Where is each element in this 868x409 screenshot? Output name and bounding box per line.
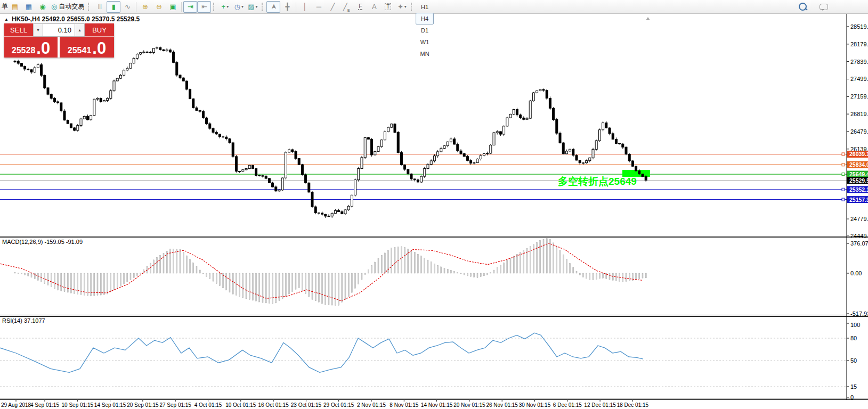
line-handle[interactable] xyxy=(842,188,845,191)
rsi-line xyxy=(0,333,643,372)
price-label-text: 25649.4 xyxy=(849,171,868,177)
sell-button[interactable]: SELL xyxy=(4,23,33,37)
time-tick-label: 26 Nov 01:15 xyxy=(486,402,518,408)
new-order-button[interactable]: ▤ xyxy=(8,1,22,13)
horizontal-levels xyxy=(0,153,847,201)
chart-shift-button[interactable]: ⇤ xyxy=(197,1,211,13)
sell-price-button[interactable]: 25528 .0 xyxy=(4,37,58,58)
channel-icon: ╱ xyxy=(343,3,347,10)
timeframe-MN[interactable]: MN xyxy=(416,48,433,60)
price-tick-label: 27839.0 xyxy=(850,59,868,65)
toolbar-grip xyxy=(411,3,415,11)
price-label-text: 25352.1 xyxy=(849,186,868,193)
buy-price-pip: .0 xyxy=(92,41,106,56)
timeframe-group: M1M5M15M30H1H4D1W1MN xyxy=(416,0,433,60)
templates-button[interactable]: ▨▾ xyxy=(246,1,259,13)
rsi-tick-label: 0 xyxy=(850,394,854,400)
bar-chart-button[interactable]: ||| xyxy=(93,1,107,13)
text-label-icon: T xyxy=(385,3,391,10)
line-handle[interactable] xyxy=(842,153,845,156)
auto-trading-icon: ◎ xyxy=(51,3,57,10)
buy-price-button[interactable]: 25541 .0 xyxy=(60,37,114,58)
time-tick-label: 6 Dec 01:15 xyxy=(553,402,582,408)
volume-increase-button[interactable]: ▲ xyxy=(75,23,85,37)
arrows-button[interactable]: ✦▾ xyxy=(395,1,409,13)
text-button[interactable]: A xyxy=(367,1,381,13)
text-label-button[interactable]: T xyxy=(381,1,395,13)
crosshair-button[interactable]: ╋ xyxy=(280,1,294,13)
fibonacci-button[interactable]: F xyxy=(353,1,367,13)
symbol-collapse-icon[interactable]: ▲ xyxy=(4,17,9,22)
time-tick-label: 10 Oct 01:15 xyxy=(225,402,256,408)
trendline-icon: ╱ xyxy=(330,3,335,10)
time-tick-label: 4 Sep 01:15 xyxy=(30,402,59,408)
timeframe-W1[interactable]: W1 xyxy=(416,36,433,48)
zoom-out-icon: ⊖ xyxy=(156,3,162,10)
chart-canvas[interactable]: 多空转折点25649MACD(12,26,9) -159.05 -91.09RS… xyxy=(0,0,868,409)
fibonacci-icon: F xyxy=(358,3,362,10)
line-handle[interactable] xyxy=(842,163,845,166)
volume-input[interactable] xyxy=(43,23,75,37)
one-click-trading-panel: SELL ▼ ▲ BUY 25528 .0 25541 .0 xyxy=(4,23,114,58)
price-label-text: 26039.1 xyxy=(849,151,868,157)
line-handle[interactable] xyxy=(842,198,845,201)
trendline-button[interactable]: ╱ xyxy=(326,1,339,13)
time-tick-label: 2 Nov 01:15 xyxy=(357,402,386,408)
vertical-line-button[interactable]: │ xyxy=(298,1,312,13)
crosshair-icon: ╋ xyxy=(285,3,289,10)
line-handle[interactable] xyxy=(842,173,845,176)
chart-header: ▲ HK50-,H4 25492.0 25655.0 25370.5 25529… xyxy=(4,15,140,23)
chat-button[interactable] xyxy=(817,1,831,13)
macd-label: MACD(12,26,9) -159.05 -91.09 xyxy=(2,239,83,245)
symbol-ohlc-text: HK50-,H4 25492.0 25655.0 25370.5 25529.5 xyxy=(12,15,140,23)
time-tick-label: 18 Dec 01:15 xyxy=(617,402,649,408)
rsi-tick-label: 80 xyxy=(850,335,857,341)
candlestick-chart-button[interactable]: ▮ xyxy=(107,1,120,13)
line-chart-icon: ∿ xyxy=(125,3,131,10)
indicators-button[interactable]: +▾ xyxy=(218,1,232,13)
price-label-text: 25157.3 xyxy=(849,197,868,203)
bar-chart-icon: ||| xyxy=(98,3,102,10)
time-tick-label: 20 Sep 01:15 xyxy=(127,402,159,408)
channel-sub-label: E xyxy=(347,9,350,12)
candlestick-icon: ▮ xyxy=(112,3,116,10)
zoom-in-icon: ⊕ xyxy=(142,3,148,10)
timeframe-H1[interactable]: H1 xyxy=(416,1,433,13)
line-chart-button[interactable]: ∿ xyxy=(120,1,134,13)
tile-windows-button[interactable]: ▣ xyxy=(166,1,180,13)
spin-down-icon: ▼ xyxy=(36,28,40,32)
price-tick-label: 26819.0 xyxy=(850,111,868,117)
cursor-button[interactable]: ➤ xyxy=(266,1,280,13)
horizontal-line-icon: ─ xyxy=(317,3,321,10)
time-tick-label: 23 Oct 01:15 xyxy=(291,402,322,408)
buy-button[interactable]: BUY xyxy=(85,23,114,37)
toolbar-separator xyxy=(296,2,296,12)
macd-tick-label: 376.07 xyxy=(850,240,868,247)
auto-trading-button[interactable]: ◎ 自动交易 xyxy=(50,1,86,13)
time-tick-label: 14 Nov 01:15 xyxy=(421,402,453,408)
timeframe-H4[interactable]: H4 xyxy=(416,13,433,24)
signals-button[interactable]: ◉ xyxy=(36,1,50,13)
time-axis[interactable]: 29 Aug 20184 Sep 01:1510 Sep 01:1514 Sep… xyxy=(1,400,649,408)
trading-terminal-window: 多空转折点25649MACD(12,26,9) -159.05 -91.09RS… xyxy=(0,0,868,409)
timeframe-D1[interactable]: D1 xyxy=(416,24,433,36)
auto-scroll-button[interactable]: ⇥ xyxy=(183,1,197,13)
chart-shift-marker[interactable] xyxy=(646,17,650,20)
zoom-in-button[interactable]: ⊕ xyxy=(138,1,152,13)
text-icon: A xyxy=(372,3,377,10)
rsi-pane xyxy=(0,333,847,387)
horizontal-line-button[interactable]: ─ xyxy=(312,1,326,13)
search-button[interactable] xyxy=(796,1,809,13)
candles-layer xyxy=(14,46,647,218)
zoom-out-button[interactable]: ⊖ xyxy=(152,1,166,13)
price-tick-label: 26479.0 xyxy=(850,128,868,135)
periods-button[interactable]: ◷▾ xyxy=(232,1,246,13)
volume-decrease-button[interactable]: ▼ xyxy=(33,23,43,37)
new-chart-button[interactable]: ▦ xyxy=(22,1,36,13)
price-axis[interactable]: 28519.028179.027839.027499.027159.026819… xyxy=(847,14,868,400)
templates-icon: ▨ xyxy=(248,3,254,10)
price-tick-label: 28519.0 xyxy=(850,23,868,30)
annotation-text[interactable]: 多空转折点25649 xyxy=(558,176,637,187)
channel-button[interactable]: ╱E xyxy=(339,1,353,13)
price-tick-label: 27159.0 xyxy=(850,93,868,100)
